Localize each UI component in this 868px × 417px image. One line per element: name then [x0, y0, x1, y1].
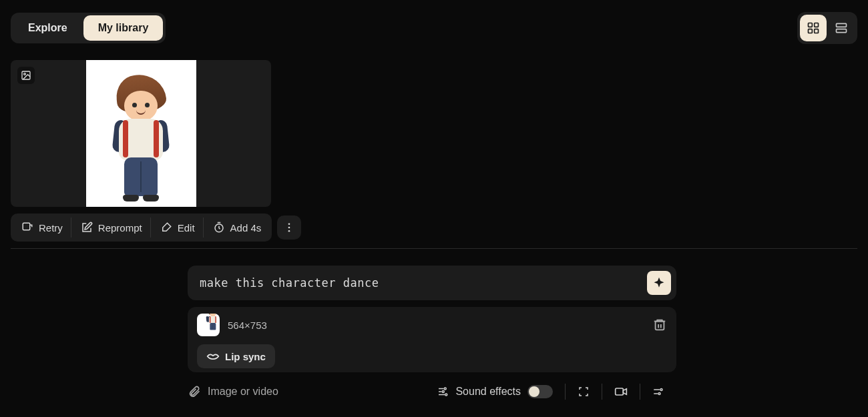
retry-label: Retry — [39, 222, 63, 234]
svg-point-19 — [658, 393, 660, 395]
svg-rect-4 — [837, 23, 847, 27]
attachment-panel: 564×753 Lip sync — [188, 307, 676, 372]
svg-point-18 — [660, 389, 662, 391]
section-divider — [11, 248, 857, 249]
edit-label: Edit — [178, 222, 195, 234]
library-item[interactable] — [11, 60, 271, 207]
svg-rect-1 — [815, 23, 819, 27]
edit-button[interactable]: Edit — [152, 218, 204, 238]
svg-point-14 — [445, 388, 447, 390]
paperclip-icon — [188, 385, 201, 398]
expand-icon — [578, 386, 590, 398]
brush-icon — [160, 222, 172, 234]
edit-note-icon — [81, 222, 93, 234]
sliders-icon — [437, 386, 449, 398]
more-vertical-icon — [283, 222, 295, 234]
svg-rect-17 — [616, 388, 624, 395]
composer-toolbar: Image or video Sound effects — [188, 384, 676, 400]
retry-icon — [21, 222, 33, 234]
prompt-box: make this character dance — [188, 266, 676, 300]
timer-icon — [213, 222, 225, 234]
aspect-ratio-button[interactable] — [565, 384, 602, 400]
svg-rect-13 — [656, 322, 664, 330]
view-switch — [797, 12, 857, 44]
adjust-icon — [652, 386, 664, 398]
item-actions: Retry Reprompt Edit Add 4s — [11, 214, 272, 242]
reprompt-button[interactable]: Reprompt — [73, 218, 151, 238]
attach-media-button[interactable]: Image or video — [188, 385, 278, 398]
retry-button[interactable]: Retry — [13, 218, 71, 238]
svg-rect-2 — [809, 29, 813, 33]
svg-rect-3 — [815, 29, 819, 33]
nav-tabs: Explore My library — [11, 13, 166, 43]
image-type-badge — [17, 67, 35, 84]
view-grid-button[interactable] — [800, 15, 827, 41]
tab-explore[interactable]: Explore — [13, 15, 82, 41]
prompt-input[interactable]: make this character dance — [200, 276, 647, 290]
svg-point-11 — [288, 227, 290, 229]
view-list-button[interactable] — [828, 15, 855, 41]
add-4s-button[interactable]: Add 4s — [205, 218, 270, 238]
delete-attachment-button[interactable] — [652, 318, 667, 332]
svg-point-7 — [24, 73, 26, 75]
svg-point-12 — [288, 230, 290, 232]
attachment-dimensions: 564×753 — [228, 320, 267, 331]
attach-media-label: Image or video — [208, 386, 278, 398]
svg-point-15 — [443, 391, 445, 393]
svg-rect-8 — [23, 223, 30, 230]
sound-effects-label: Sound effects — [455, 386, 521, 398]
sound-effects-toggle[interactable]: Sound effects — [425, 384, 565, 400]
grid-icon — [807, 21, 820, 35]
tab-my-library[interactable]: My library — [83, 15, 164, 41]
generate-button[interactable] — [647, 271, 671, 295]
svg-point-16 — [445, 394, 447, 396]
image-icon — [21, 70, 31, 81]
trash-icon — [652, 318, 667, 332]
add-4s-label: Add 4s — [230, 222, 262, 234]
sound-effects-switch[interactable] — [527, 385, 553, 398]
attachment-thumbnail[interactable] — [197, 314, 220, 336]
sparkle-icon — [652, 276, 666, 290]
library-item-thumbnail — [86, 60, 196, 207]
lips-icon — [206, 350, 220, 363]
svg-rect-0 — [809, 23, 813, 27]
svg-rect-5 — [837, 29, 847, 33]
video-settings-button[interactable] — [602, 384, 640, 400]
character-illustration — [104, 75, 178, 201]
options-button[interactable] — [640, 384, 676, 400]
svg-point-10 — [288, 223, 290, 225]
more-actions-button[interactable] — [277, 216, 301, 240]
video-camera-icon — [614, 385, 628, 398]
lip-sync-button[interactable]: Lip sync — [197, 344, 275, 368]
list-icon — [835, 21, 848, 35]
lip-sync-label: Lip sync — [225, 351, 266, 362]
reprompt-label: Reprompt — [98, 222, 142, 234]
